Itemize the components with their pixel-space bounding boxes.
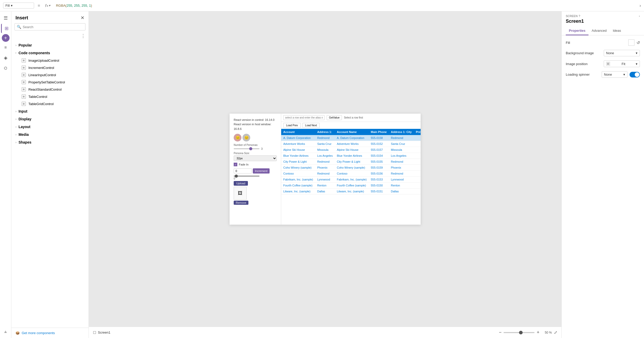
load-prev-button[interactable]: Load Prev — [283, 123, 301, 128]
variables-icon[interactable]: ⌬ — [1, 64, 10, 73]
cell-account-name: Adventure Works — [335, 141, 369, 147]
more-options-button[interactable]: ⋮ — [81, 33, 85, 39]
section-code-components-label: Code components — [19, 51, 50, 55]
fade-in-checkbox[interactable] — [234, 163, 237, 166]
image-position-dropdown[interactable]: ⊡ Fit ▾ — [604, 60, 640, 67]
add-icon[interactable]: + — [2, 34, 10, 42]
fill-reset-icon[interactable]: ↺ — [637, 40, 640, 45]
collapse-icon[interactable]: › — [640, 3, 641, 8]
increment-button[interactable]: Increment — [253, 168, 270, 174]
fx-button[interactable]: fx ▾ — [44, 4, 52, 8]
table-row[interactable]: Fabrikam, Inc. (sample) Lynnwood Fabrika… — [281, 176, 421, 182]
components-icon[interactable]: ◈ — [1, 53, 10, 62]
list-item[interactable]: ⊞ TableGridControl — [11, 100, 89, 107]
table-row[interactable]: Fourth Coffee (sample) Renton Fourth Cof… — [281, 182, 421, 188]
hamburger-menu-icon[interactable]: ☰ — [1, 13, 10, 23]
table-row[interactable]: Contoso Redmond Contoso 555-0156 Redmond — [281, 170, 421, 176]
loading-spinner-dropdown[interactable]: None ▾ — [602, 71, 627, 78]
table-row[interactable]: Adventure Works Santa Cruz Adventure Wor… — [281, 141, 421, 147]
cell-city: Los Angeles — [389, 153, 414, 159]
slider2[interactable] — [234, 176, 260, 177]
increment-input[interactable] — [234, 168, 252, 174]
cell-address1: Phoenix — [315, 164, 335, 170]
persona-size-label: Persona Size: — [234, 152, 277, 155]
background-image-label: Background image — [566, 51, 594, 55]
cell-phone: 555-0156 — [369, 170, 389, 176]
tab-ideas[interactable]: Ideas — [610, 27, 624, 35]
section-code-components[interactable]: › Code components — [11, 49, 89, 57]
section-popular[interactable]: › Popular — [11, 41, 89, 49]
remove-button[interactable]: Remove — [234, 201, 248, 205]
list-item[interactable]: ⊞ PropertySetTableControl — [11, 78, 89, 86]
fill-dropdown[interactable]: Fill ▾ — [3, 3, 34, 9]
col-header-phone: Main Phone — [369, 129, 389, 135]
zoom-slider[interactable] — [504, 332, 535, 333]
cell-account-name: Fourth Coffee (sample) — [335, 182, 369, 188]
alias-input[interactable] — [283, 115, 325, 120]
tree-view-icon[interactable]: ≡ — [1, 43, 10, 52]
fill-swatch[interactable] — [628, 40, 634, 46]
table-row[interactable]: Coho Winery (sample) Phoenix Coho Winery… — [281, 164, 421, 170]
loading-spinner-row: Loading spinner None ▾ — [566, 71, 640, 78]
section-display[interactable]: › Display — [11, 115, 89, 123]
component-icon: ⊞ — [22, 102, 26, 106]
list-item[interactable]: ⊞ IncrementControl — [11, 64, 89, 71]
cell-phone: 555-0152 — [369, 141, 389, 147]
upload-button[interactable]: Upload — [234, 181, 248, 186]
screen-tab[interactable]: ☐ Screen1 — [93, 331, 110, 335]
comp-label: LinearInputControl — [28, 73, 56, 77]
close-button[interactable]: ✕ — [81, 15, 84, 21]
get-value-button[interactable]: GetValue — [327, 115, 342, 120]
insert-panel: Insert ✕ 🔍 ⋮ › Popular › Code components… — [11, 11, 89, 338]
fill-label: Fill — [5, 4, 10, 7]
fullscreen-button[interactable]: ⤢ — [554, 330, 557, 335]
top-bar: Fill ▾ = fx ▾ RGBA(255, 255, 255, 1) › — [0, 0, 644, 11]
table-row[interactable]: Litware, Inc. (sample) Dallas Litware, I… — [281, 188, 421, 194]
cell-address1: Santa Cruz — [315, 141, 335, 147]
list-item[interactable]: ⊞ ImageUploadControl — [11, 57, 89, 64]
connectors-icon[interactable]: ⟁ — [1, 327, 10, 336]
formula-bar[interactable]: RGBA(255, 255, 255, 1) — [54, 3, 638, 9]
zoom-value: 50 % — [541, 331, 552, 334]
slider-thumb — [249, 147, 252, 150]
section-layout[interactable]: › Layout — [11, 123, 89, 131]
section-shapes[interactable]: › Shapes — [11, 138, 89, 146]
fit-icon: ⊡ — [606, 62, 610, 66]
fade-in-row: Fade In — [234, 163, 277, 166]
table-row[interactable]: A. Datum Corporation Redmond A. Datum Co… — [281, 135, 421, 141]
tab-properties[interactable]: Properties — [566, 27, 588, 35]
search-input[interactable] — [23, 25, 83, 29]
load-next-button[interactable]: Load Next — [302, 123, 320, 128]
persona-size-select[interactable]: 32px — [234, 155, 277, 161]
chevron-right-icon: › — [15, 141, 17, 144]
section-media-label: Media — [19, 132, 29, 137]
list-item[interactable]: ⊞ LinearInputControl — [11, 71, 89, 78]
table-row[interactable]: Blue Yonder Airlines Los Angeles Blue Yo… — [281, 153, 421, 159]
zoom-in-button[interactable]: + — [537, 330, 539, 335]
nav-row: Load Prev Load Next — [281, 122, 421, 129]
data-table: Account Address 1: Account Name Main Pho… — [281, 129, 421, 194]
cell-primary — [414, 159, 421, 164]
component-icon: ⊞ — [22, 58, 26, 62]
cell-address1: Missoula — [315, 147, 335, 153]
section-media[interactable]: › Media — [11, 131, 89, 138]
list-item[interactable]: ⊞ TableControl — [11, 93, 89, 100]
background-image-dropdown[interactable]: None ▾ — [604, 50, 640, 56]
number-of-personas-label: Number of Personas: — [234, 144, 277, 146]
loading-toggle[interactable] — [630, 72, 640, 77]
section-input[interactable]: › Input — [11, 107, 89, 115]
right-panel-collapse[interactable]: › — [639, 14, 640, 18]
table-row[interactable]: City Power & Light Redmond City Power & … — [281, 159, 421, 164]
right-panel-tabs: Properties Advanced Ideas — [562, 27, 644, 35]
insert-icon[interactable]: ⊞ — [1, 24, 10, 33]
get-more-components[interactable]: 📦 Get more components — [11, 328, 89, 338]
cell-primary — [414, 182, 421, 188]
table-scroll[interactable]: Account Address 1: Account Name Main Pho… — [281, 129, 421, 225]
help-icon[interactable]: ? — [579, 14, 580, 18]
personas-slider[interactable] — [234, 148, 260, 149]
tab-advanced[interactable]: Advanced — [588, 27, 610, 35]
zoom-out-button[interactable]: − — [499, 330, 502, 335]
table-row[interactable]: Alpine Ski House Missoula Alpine Ski Hou… — [281, 147, 421, 153]
cell-account: Alpine Ski House — [281, 147, 315, 153]
list-item[interactable]: ⊞ ReactStandardControl — [11, 86, 89, 93]
